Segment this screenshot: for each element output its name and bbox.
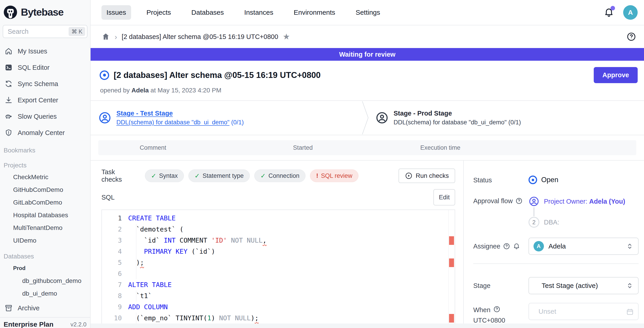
status-value: Open bbox=[528, 175, 638, 184]
task-table-header: CommentStartedExecution time bbox=[98, 140, 636, 155]
logo[interactable]: Bytebase bbox=[0, 0, 90, 23]
stage-pipeline: Stage - Test StageDDL(schema) for databa… bbox=[90, 100, 644, 135]
bytebase-app: Bytebase ⌘ K My IssuesSQL EditorSync Sch… bbox=[0, 0, 644, 328]
check-statement-type[interactable]: ✓Statement type bbox=[188, 170, 250, 182]
tab-issues[interactable]: Issues bbox=[102, 5, 131, 20]
check-sql-review[interactable]: !SQL review bbox=[310, 170, 358, 182]
sidebar-item-slow-queries[interactable]: Slow Queries bbox=[0, 108, 90, 124]
sidebar-item-anomaly-center[interactable]: Anomaly Center bbox=[0, 124, 90, 141]
sidebar-item-archive[interactable]: Archive bbox=[0, 300, 90, 316]
logo-text: Bytebase bbox=[21, 6, 64, 18]
error-marker-line-5 bbox=[449, 258, 454, 267]
sidebar-item-label: Sync Schema bbox=[18, 80, 58, 88]
assignee-help-icon[interactable] bbox=[503, 242, 510, 252]
help-button[interactable] bbox=[626, 32, 636, 42]
sidebar-item-sql-editor[interactable]: SQL Editor bbox=[0, 59, 90, 76]
indent-guide bbox=[136, 290, 136, 302]
turtle-icon bbox=[4, 112, 13, 120]
tab-projects[interactable]: Projects bbox=[142, 5, 176, 20]
sidebar-project-multitenantdemo[interactable]: MultiTenantDemo bbox=[0, 222, 90, 234]
notifications-button[interactable] bbox=[604, 7, 614, 18]
sql-label: SQL bbox=[102, 194, 114, 201]
sidebar-project-gitlabcomdemo[interactable]: GitLabComDemo bbox=[0, 196, 90, 209]
approve-button[interactable]: Approve bbox=[594, 67, 638, 83]
assignee-value: Adela bbox=[548, 242, 566, 250]
play-circle-icon bbox=[405, 172, 412, 180]
sidebar-item-my-issues[interactable]: My Issues bbox=[0, 43, 90, 59]
status-label: Status bbox=[473, 175, 528, 184]
approval-step-text: Project Owner: Adela (You) bbox=[544, 198, 625, 205]
databases-header: Databases bbox=[0, 247, 90, 262]
home-icon bbox=[4, 47, 13, 55]
check-label: Syntax bbox=[159, 172, 178, 180]
when-datetime-input[interactable] bbox=[529, 303, 638, 320]
when-row: When UTC+0800 bbox=[473, 303, 638, 324]
home-icon[interactable] bbox=[102, 32, 110, 41]
check-icon: ✓ bbox=[194, 172, 200, 180]
sidebar-project-checkmetric[interactable]: CheckMetric bbox=[0, 171, 90, 184]
stage-select[interactable]: Test Stage (active) bbox=[528, 277, 638, 294]
check-syntax[interactable]: ✓Syntax bbox=[145, 170, 184, 182]
sidebar-project-githubcomdemo[interactable]: GitHubComDemo bbox=[0, 184, 90, 196]
code-text: `demotest` ( bbox=[128, 224, 184, 235]
tab-environments[interactable]: Environments bbox=[289, 5, 340, 20]
issue-title-row: [2 databases] Alter schema @05-15 16:19 … bbox=[100, 67, 638, 83]
shield-icon bbox=[4, 129, 13, 137]
assignee-notify-icon[interactable] bbox=[513, 242, 520, 252]
archive-icon bbox=[4, 304, 13, 312]
indent-guide bbox=[136, 312, 136, 324]
run-checks-button[interactable]: Run checks bbox=[398, 168, 455, 183]
when-help-icon[interactable] bbox=[493, 306, 500, 314]
topbar-right: A bbox=[604, 5, 638, 20]
approval-steps: Project Owner: Adela (You)2DBA: bbox=[528, 196, 638, 228]
assignee-avatar: A bbox=[534, 241, 544, 252]
archive-label: Archive bbox=[18, 304, 40, 312]
edit-sql-button[interactable]: Edit bbox=[434, 189, 455, 206]
sidebar-database-db-githubcom-demo[interactable]: db_githubcom_demo bbox=[0, 274, 90, 287]
panel-divider bbox=[473, 264, 638, 264]
sidebar-item-label: Export Center bbox=[18, 96, 58, 104]
tab-databases[interactable]: Databases bbox=[186, 5, 229, 20]
stage-task-link: DDL(schema) for database "db_ui_demo" (0… bbox=[394, 119, 521, 126]
stage-card-stage-prod-stage[interactable]: Stage - Prod StageDDL(schema) for databa… bbox=[376, 101, 521, 135]
code-text: PRIMARY KEY (`id`) bbox=[128, 246, 215, 257]
sidebar-item-sync-schema[interactable]: Sync Schema bbox=[0, 76, 90, 92]
bytebase-logo-icon bbox=[3, 5, 18, 20]
sidebar: Bytebase ⌘ K My IssuesSQL EditorSync Sch… bbox=[0, 0, 90, 328]
line-number: 3 bbox=[102, 235, 122, 246]
star-icon[interactable]: ★ bbox=[283, 32, 290, 42]
sidebar-project-hospital-databases[interactable]: Hospital Databases bbox=[0, 209, 90, 222]
notification-dot bbox=[610, 6, 615, 10]
code-line-6: 6 bbox=[102, 268, 455, 279]
sidebar-database-db-ui-demo[interactable]: db_ui_demo bbox=[0, 287, 90, 300]
stage-name: Stage - Test Stage bbox=[116, 110, 244, 117]
sql-editor[interactable]: 1CREATE TABLE2 `demotest` (3 `id` INT CO… bbox=[102, 210, 455, 326]
tab-instances[interactable]: Instances bbox=[239, 5, 278, 20]
chevron-up-down-icon bbox=[626, 282, 634, 290]
stage-card-stage-test-stage[interactable]: Stage - Test StageDDL(schema) for databa… bbox=[98, 101, 244, 135]
issue-meta: opened by Adela at May 15, 2023 4:20 PM bbox=[100, 87, 644, 94]
when-label: When UTC+0800 bbox=[473, 303, 528, 324]
sql-editor-icon bbox=[4, 64, 13, 72]
sidebar-item-export-center[interactable]: Export Center bbox=[0, 92, 90, 108]
approval-step-2: 2DBA: bbox=[528, 217, 638, 228]
indent-guide bbox=[136, 235, 136, 246]
sidebar-project-uidemo[interactable]: UIDemo bbox=[0, 234, 90, 247]
approval-help-icon[interactable] bbox=[516, 197, 523, 206]
check-connection[interactable]: ✓Connection bbox=[254, 170, 306, 182]
code-line-8: 8 `t1` bbox=[102, 290, 455, 302]
column-header-execution-time: Execution time bbox=[420, 144, 460, 151]
approval-role: Project Owner: bbox=[544, 198, 589, 205]
tab-settings[interactable]: Settings bbox=[350, 5, 385, 20]
column-header-started: Started bbox=[293, 144, 313, 151]
stage-task-link[interactable]: DDL(schema) for database "db_ui_demo" (0… bbox=[116, 119, 244, 126]
code-text: CREATE TABLE bbox=[128, 213, 176, 224]
indent-guide bbox=[136, 246, 136, 257]
plan-name: Enterprise Plan bbox=[4, 320, 54, 328]
calendar-icon bbox=[626, 308, 634, 316]
plan-version: v2.2.0 bbox=[70, 321, 86, 328]
assignee-select[interactable]: A Adela bbox=[528, 238, 638, 255]
user-avatar[interactable]: A bbox=[623, 5, 638, 20]
sidebar-item-label: Slow Queries bbox=[18, 113, 56, 120]
person-circle-icon bbox=[528, 196, 540, 207]
